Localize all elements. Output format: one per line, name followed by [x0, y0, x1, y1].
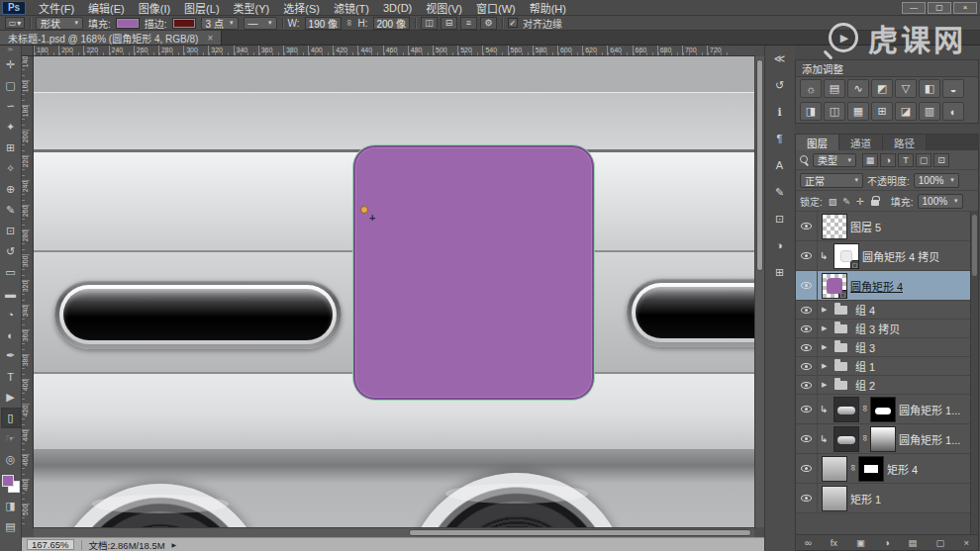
- layer-name[interactable]: 图层 5: [850, 219, 881, 234]
- shape-anchor-point[interactable]: [360, 206, 368, 214]
- gradient-tool[interactable]: ▬: [1, 283, 21, 304]
- clone-source-panel-icon[interactable]: ⊡: [769, 209, 791, 229]
- visibility-toggle[interactable]: [796, 320, 818, 337]
- eraser-tool[interactable]: ▭: [1, 262, 21, 283]
- info-panel-icon[interactable]: ℹ: [769, 102, 791, 122]
- exposure-icon[interactable]: ◩: [871, 79, 893, 98]
- visibility-toggle[interactable]: [796, 395, 818, 423]
- menu-item[interactable]: 滤镜(T): [327, 0, 376, 16]
- filter-kind-select[interactable]: 类型▾: [813, 153, 856, 167]
- group-row[interactable]: ▶ 组 3 拷贝: [796, 320, 978, 338]
- history-panel-icon[interactable]: ↺: [769, 75, 791, 95]
- type-tool[interactable]: T: [1, 366, 21, 387]
- collapse-panels-icon[interactable]: ≪: [769, 48, 791, 68]
- horizontal-scrollbar[interactable]: [34, 527, 754, 537]
- layer-mask-thumbnail[interactable]: [870, 397, 896, 422]
- layer-mask-thumbnail[interactable]: [858, 456, 884, 482]
- tool-preset-picker[interactable]: ▭▾: [5, 17, 25, 29]
- brush-tool[interactable]: ✎: [1, 200, 21, 221]
- toolbar-collapse-icon[interactable]: ≫: [7, 46, 13, 54]
- menu-item[interactable]: 视图(V): [419, 0, 469, 16]
- adjustments-panel-icon[interactable]: ◑: [769, 235, 791, 255]
- layer-name[interactable]: 圆角矩形 4 拷贝: [862, 248, 939, 264]
- crop-tool[interactable]: ⊞: [1, 138, 21, 158]
- group-name[interactable]: 组 1: [855, 358, 875, 374]
- group-row[interactable]: ▶ 组 3: [796, 338, 978, 357]
- menu-item[interactable]: 选择(S): [276, 0, 327, 16]
- menu-item[interactable]: 编辑(E): [81, 0, 132, 16]
- curves-icon[interactable]: ∿: [847, 79, 869, 98]
- align-edges-checkbox[interactable]: ✓: [508, 18, 518, 28]
- layer-thumbnail[interactable]: [833, 426, 859, 452]
- layer-row[interactable]: ↳ ∞ 圆角矩形 1...: [796, 424, 978, 454]
- disclosure-triangle[interactable]: ▶: [822, 343, 832, 351]
- quick-mask-icon[interactable]: ◨: [1, 496, 21, 516]
- gear-icon[interactable]: ⚙: [480, 17, 497, 30]
- menu-item[interactable]: 图层(L): [177, 0, 226, 16]
- visibility-toggle[interactable]: [796, 424, 818, 453]
- layer-row[interactable]: ↳ ∞ 圆角矩形 1...: [796, 395, 978, 424]
- stroke-width-input[interactable]: 3 点▾: [201, 17, 239, 30]
- vibrance-icon[interactable]: ▽: [895, 79, 917, 98]
- close-button[interactable]: ×: [953, 2, 977, 14]
- layer-thumbnail[interactable]: ▢: [822, 273, 847, 299]
- layer-name[interactable]: 圆角矩形 4: [850, 278, 903, 294]
- visibility-toggle[interactable]: [796, 301, 818, 319]
- clone-stamp-tool[interactable]: ⊡: [1, 221, 21, 241]
- tool-mode-select[interactable]: 形状▾: [36, 17, 83, 30]
- layer-mask-thumbnail[interactable]: [870, 426, 896, 452]
- eyedropper-tool[interactable]: ✧: [1, 158, 21, 179]
- menu-item[interactable]: 类型(Y): [227, 0, 277, 16]
- levels-icon[interactable]: ▤: [824, 79, 845, 98]
- disclosure-triangle[interactable]: ▶: [822, 324, 832, 332]
- visibility-toggle[interactable]: [796, 376, 818, 394]
- quick-selection-tool[interactable]: ✦: [1, 117, 21, 138]
- posterize-icon[interactable]: ▥: [919, 102, 940, 121]
- layer-style-icon[interactable]: fx: [831, 537, 837, 548]
- filter-adjustment-layers-icon[interactable]: ◑: [880, 153, 896, 167]
- disclosure-triangle[interactable]: ▶: [822, 381, 832, 389]
- tab-close-icon[interactable]: ×: [207, 33, 213, 44]
- visibility-toggle[interactable]: [796, 454, 818, 483]
- visibility-toggle[interactable]: [796, 241, 818, 270]
- mask-link-icon[interactable]: ∞: [860, 405, 870, 413]
- layer-row[interactable]: ↳ ▢ 圆角矩形 4 拷贝: [796, 241, 978, 271]
- layer-name[interactable]: 圆角矩形 1...: [899, 402, 960, 417]
- group-row[interactable]: ▶ 组 1: [796, 357, 978, 376]
- new-group-icon[interactable]: ▤: [909, 537, 918, 548]
- layer-thumbnail[interactable]: [822, 456, 847, 482]
- width-input[interactable]: 190 像: [305, 17, 342, 30]
- stroke-color-swatch[interactable]: [172, 18, 196, 29]
- layer-name[interactable]: 圆角矩形 1...: [899, 431, 960, 447]
- layer-thumbnail[interactable]: [822, 486, 847, 511]
- fill-color-swatch[interactable]: [116, 18, 140, 29]
- zoom-tool[interactable]: ◎: [1, 449, 21, 470]
- pen-tool[interactable]: ✒: [1, 345, 21, 366]
- tab-layers[interactable]: 图层: [796, 135, 839, 150]
- status-flyout-icon[interactable]: ▶: [172, 541, 177, 548]
- vertical-scrollbar[interactable]: [754, 56, 764, 527]
- brightness-contrast-icon[interactable]: ☼: [800, 79, 822, 98]
- hand-tool[interactable]: ☞: [1, 428, 21, 449]
- layer-thumbnail[interactable]: [833, 397, 859, 422]
- visibility-toggle[interactable]: [796, 357, 818, 375]
- lock-position-icon[interactable]: ✛: [854, 195, 867, 208]
- path-operations-icon[interactable]: ◫: [421, 17, 438, 30]
- rectangle-tool[interactable]: ▯: [1, 408, 21, 428]
- blend-mode-select[interactable]: 正常▾: [800, 173, 863, 188]
- foreground-color-swatch[interactable]: [2, 475, 14, 487]
- path-align-icon[interactable]: ⊟: [441, 17, 457, 30]
- filter-pixel-layers-icon[interactable]: ▦: [862, 153, 878, 167]
- menu-item[interactable]: 文件(F): [32, 0, 81, 16]
- group-name[interactable]: 组 3 拷贝: [855, 321, 900, 336]
- menu-item[interactable]: 3D(D): [376, 0, 419, 16]
- character-panel-icon[interactable]: A: [769, 155, 791, 175]
- blur-tool[interactable]: ◔: [1, 304, 21, 324]
- visibility-toggle[interactable]: [796, 484, 818, 512]
- threshold-icon[interactable]: ◐: [942, 102, 964, 121]
- restore-button[interactable]: ▢: [928, 2, 951, 14]
- rounded-rectangle-shape[interactable]: [353, 145, 594, 400]
- opacity-input[interactable]: 100%▾: [914, 173, 959, 188]
- lock-pixels-icon[interactable]: ✎: [840, 195, 853, 208]
- menu-item[interactable]: 帮助(H): [523, 0, 573, 16]
